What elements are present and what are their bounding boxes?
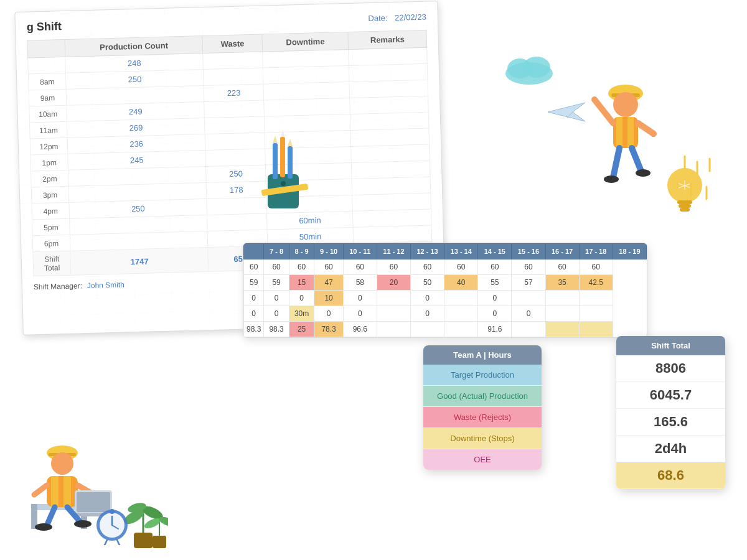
time-cell: 2pm [31, 170, 69, 187]
col-waste: Waste [202, 34, 262, 53]
grid-hour-header: 14 - 15 [478, 244, 512, 259]
grid-hour-header: 15 - 16 [512, 244, 545, 259]
svg-point-46 [51, 452, 73, 475]
clock-decoration [93, 502, 131, 548]
grid-empty-header [244, 244, 264, 259]
prod-grid-cell: 0 [244, 291, 264, 306]
prod-grid-cell: 40 [444, 275, 478, 291]
prod-grid-cell [579, 291, 613, 306]
prod-grid-cell [377, 291, 410, 306]
time-cell: Shift Total [33, 251, 71, 276]
prod-grid-cell: 15 [289, 275, 314, 291]
shift-log-date: Date: 22/02/23 [364, 12, 426, 24]
prod-grid-cell: 91.6 [478, 322, 512, 337]
production-grid-container: 7 - 88 - 99 - 1010 - 1111 - 1212 - 1313 … [243, 243, 647, 338]
prod-cell: 1747 [70, 247, 209, 275]
shift-total-value: 2d4h [616, 436, 725, 462]
svg-line-26 [632, 148, 641, 171]
svg-marker-31 [273, 136, 278, 143]
prod-grid-cell: 47 [314, 275, 343, 291]
shift-total-value: 165.6 [616, 409, 725, 436]
prod-grid-cell: 10 [314, 291, 343, 306]
prod-grid-cell [512, 291, 545, 306]
prod-grid-cell: 98.3 [264, 322, 289, 337]
pencil-cup-illustration [249, 131, 317, 212]
prod-grid-cell: 0 [411, 306, 444, 322]
prod-grid-cell [545, 291, 579, 306]
downtime-cell [263, 49, 349, 68]
legend-card: Team A | Hours Target ProductionGood (Ac… [423, 345, 542, 470]
legend-item: OEE [423, 449, 542, 470]
prod-grid-cell [444, 306, 478, 322]
remarks-cell [349, 47, 427, 65]
col-remarks: Remarks [348, 30, 426, 49]
prod-grid-cell: 35 [545, 275, 579, 291]
time-cell: 11am [29, 121, 67, 139]
prod-grid-cell [545, 306, 579, 322]
prod-grid-cell: 0 [343, 291, 377, 306]
shift-log-title: g Shift [27, 20, 62, 34]
waste-cell [204, 68, 263, 85]
svg-rect-22 [627, 117, 634, 148]
grid-hour-header: 18 - 19 [613, 244, 646, 259]
downtime-cell: 60min [267, 211, 354, 230]
prod-grid-cell: 30m [289, 306, 314, 322]
svg-line-25 [613, 148, 619, 177]
remarks-cell [349, 63, 428, 82]
col-time [27, 39, 65, 58]
prod-grid-cell: 60 [579, 259, 613, 275]
prod-grid-cell [512, 322, 545, 337]
shift-total-card: Shift Total 88066045.7165.62d4h68.6 [616, 336, 725, 489]
prod-grid-cell: 60 [289, 259, 314, 275]
prod-grid-cell: 78.3 [314, 322, 343, 337]
prod-grid-cell [545, 322, 579, 337]
prod-grid-cell: 0 [478, 306, 512, 322]
legend-item: Downtime (Stops) [423, 428, 542, 449]
grid-hour-header: 9 - 10 [314, 244, 343, 259]
legend-header: Team A | Hours [423, 345, 542, 365]
prod-grid-cell: 60 [244, 259, 264, 275]
prod-grid-cell: 57 [512, 275, 545, 291]
prod-grid-cell: 42.5 [579, 275, 613, 291]
col-downtime: Downtime [262, 32, 349, 52]
remarks-cell [349, 80, 428, 98]
svg-rect-42 [51, 476, 59, 507]
prod-grid-cell [444, 291, 478, 306]
grid-hour-header: 17 - 18 [579, 244, 613, 259]
svg-rect-69 [110, 509, 115, 514]
prod-grid-cell [377, 322, 410, 337]
prod-grid-cell: 60 [343, 259, 377, 275]
prod-grid-cell: 59 [244, 275, 264, 291]
svg-point-54 [35, 523, 52, 531]
remarks-cell [350, 128, 429, 146]
prod-grid-cell: 59 [264, 275, 289, 291]
prod-grid-cell: 60 [264, 259, 289, 275]
prod-grid-row: 98.398.32578.396.691.6 [244, 322, 647, 337]
time-cell: 8am [28, 73, 66, 90]
time-cell: 10am [29, 105, 67, 123]
manager-name: John Smith [87, 281, 125, 291]
production-grid: 7 - 88 - 99 - 1010 - 1111 - 1212 - 1313 … [243, 243, 647, 337]
svg-rect-43 [63, 476, 71, 507]
prod-grid-cell: 0 [264, 306, 289, 322]
grid-hour-header: 13 - 14 [444, 244, 478, 259]
grid-hour-header: 7 - 8 [264, 244, 289, 259]
time-cell: 12pm [30, 138, 68, 155]
svg-line-71 [117, 540, 120, 545]
shift-log-table: Production Count Waste Downtime Remarks … [27, 30, 433, 277]
prod-grid-cell [377, 306, 410, 322]
svg-point-19 [613, 92, 638, 117]
cloud-decoration [498, 50, 560, 90]
svg-point-2 [523, 57, 550, 78]
svg-point-27 [604, 175, 619, 183]
prod-grid-cell: 60 [377, 259, 410, 275]
worker-top-illustration [579, 75, 666, 199]
svg-rect-30 [273, 143, 278, 179]
waste-cell [207, 213, 267, 231]
remarks-cell [353, 225, 431, 243]
remarks-cell [352, 161, 430, 179]
shift-total-value: 68.6 [616, 462, 725, 489]
prod-grid-cell [444, 322, 478, 337]
shift-total-value: 8806 [616, 355, 725, 382]
downtime-cell [264, 98, 350, 116]
